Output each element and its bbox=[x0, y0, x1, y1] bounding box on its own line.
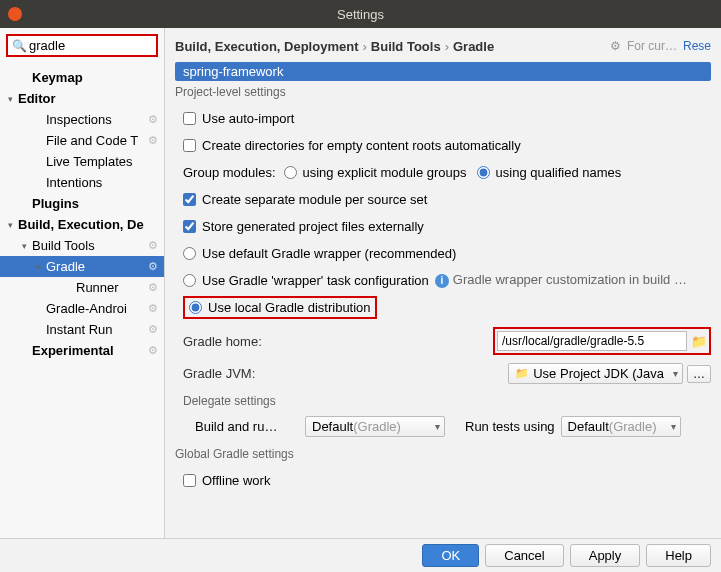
gear-icon: ⚙ bbox=[148, 323, 158, 336]
tree-item-label: Plugins bbox=[32, 196, 158, 211]
tree-item-label: Runner bbox=[76, 280, 148, 295]
info-icon: i bbox=[435, 274, 449, 288]
sidebar-item-editor[interactable]: ▾Editor bbox=[0, 88, 164, 109]
wrapper-hint: iGradle wrapper customization in build … bbox=[435, 272, 687, 288]
title-bar: Settings bbox=[0, 0, 721, 28]
jvm-ellipsis-button[interactable]: … bbox=[687, 365, 711, 383]
tree-arrow-icon: ▾ bbox=[8, 94, 18, 104]
browse-folder-icon[interactable]: 📁 bbox=[691, 334, 707, 349]
tree-item-label: Build Tools bbox=[32, 238, 148, 253]
tree-arrow-icon: ▾ bbox=[8, 220, 18, 230]
gear-icon: ⚙ bbox=[148, 281, 158, 294]
store-external-checkbox[interactable]: Store generated project files externally bbox=[183, 219, 424, 234]
gear-icon: ⚙ bbox=[148, 344, 158, 357]
sidebar-item-build-tools[interactable]: ▾Build Tools⚙ bbox=[0, 235, 164, 256]
search-box: 🔍 × bbox=[6, 34, 158, 57]
for-current-project-label: For cur… bbox=[627, 39, 677, 53]
group-qualified-radio[interactable]: using qualified names bbox=[477, 165, 622, 180]
build-run-label: Build and ru… bbox=[195, 419, 305, 434]
wrapper-task-radio[interactable]: Use Gradle 'wrapper' task configuration bbox=[183, 273, 429, 288]
project-selector[interactable]: spring-framework bbox=[175, 62, 711, 81]
delegate-section: Delegate settings bbox=[183, 394, 711, 408]
help-button[interactable]: Help bbox=[646, 544, 711, 567]
tree-item-label: Build, Execution, De bbox=[18, 217, 158, 232]
project-level-section: Project-level settings bbox=[175, 85, 711, 99]
run-tests-combo[interactable]: Default (Gradle) bbox=[561, 416, 681, 437]
gradle-home-label: Gradle home: bbox=[183, 334, 303, 349]
cancel-button[interactable]: Cancel bbox=[485, 544, 563, 567]
settings-main: Build, Execution, Deployment›Build Tools… bbox=[165, 28, 721, 538]
gradle-home-input[interactable] bbox=[497, 331, 687, 351]
sidebar-item-instant-run[interactable]: Instant Run⚙ bbox=[0, 319, 164, 340]
tree-item-label: Editor bbox=[18, 91, 158, 106]
sidebar-item-experimental[interactable]: Experimental⚙ bbox=[0, 340, 164, 361]
sidebar-item-inspections[interactable]: Inspections⚙ bbox=[0, 109, 164, 130]
gear-icon: ⚙ bbox=[148, 260, 158, 273]
gear-icon: ⚙ bbox=[148, 134, 158, 147]
global-section: Global Gradle settings bbox=[175, 447, 711, 461]
build-run-combo[interactable]: Default (Gradle) bbox=[305, 416, 445, 437]
reset-link[interactable]: Rese bbox=[683, 39, 711, 53]
search-icon: 🔍 bbox=[12, 39, 27, 53]
sidebar-item-file-and-code-t[interactable]: File and Code T⚙ bbox=[0, 130, 164, 151]
window-title: Settings bbox=[337, 7, 384, 22]
dialog-footer: OK Cancel Apply Help bbox=[0, 538, 721, 572]
gear-icon: ⚙ bbox=[148, 302, 158, 315]
settings-tree: Keymap▾EditorInspections⚙File and Code T… bbox=[0, 63, 164, 538]
tree-arrow-icon: ▾ bbox=[36, 262, 46, 272]
tree-item-label: Gradle bbox=[46, 259, 148, 274]
window-close-icon[interactable] bbox=[8, 7, 22, 21]
create-dirs-checkbox[interactable]: Create directories for empty content roo… bbox=[183, 138, 521, 153]
separate-module-checkbox[interactable]: Create separate module per source set bbox=[183, 192, 427, 207]
ok-button[interactable]: OK bbox=[422, 544, 479, 567]
tree-item-label: Inspections bbox=[46, 112, 148, 127]
sidebar-item-gradle[interactable]: ▾Gradle⚙ bbox=[0, 256, 164, 277]
gear-icon: ⚙ bbox=[610, 39, 621, 53]
auto-import-checkbox[interactable]: Use auto-import bbox=[183, 111, 294, 126]
tree-item-label: File and Code T bbox=[46, 133, 148, 148]
sidebar-item-runner[interactable]: Runner⚙ bbox=[0, 277, 164, 298]
wrapper-default-radio[interactable]: Use default Gradle wrapper (recommended) bbox=[183, 246, 456, 261]
apply-button[interactable]: Apply bbox=[570, 544, 641, 567]
local-dist-radio[interactable]: Use local Gradle distribution bbox=[189, 300, 371, 315]
gear-icon: ⚙ bbox=[148, 239, 158, 252]
breadcrumb: Build, Execution, Deployment›Build Tools… bbox=[175, 38, 610, 54]
group-modules-label: Group modules: bbox=[183, 165, 276, 180]
tree-item-label: Intentions bbox=[46, 175, 158, 190]
tree-item-label: Instant Run bbox=[46, 322, 148, 337]
gradle-jvm-combo[interactable]: 📁Use Project JDK (Java bbox=[508, 363, 683, 384]
tree-item-label: Experimental bbox=[32, 343, 148, 358]
run-tests-label: Run tests using bbox=[465, 419, 555, 434]
sidebar-item-build-execution-de[interactable]: ▾Build, Execution, De bbox=[0, 214, 164, 235]
offline-work-checkbox[interactable]: Offline work bbox=[183, 473, 270, 488]
sidebar-item-live-templates[interactable]: Live Templates bbox=[0, 151, 164, 172]
group-explicit-radio[interactable]: using explicit module groups bbox=[284, 165, 467, 180]
gradle-jvm-label: Gradle JVM: bbox=[183, 366, 303, 381]
sidebar-item-keymap[interactable]: Keymap bbox=[0, 67, 164, 88]
tree-item-label: Live Templates bbox=[46, 154, 158, 169]
sidebar-item-intentions[interactable]: Intentions bbox=[0, 172, 164, 193]
sidebar-item-gradle-androi[interactable]: Gradle-Androi⚙ bbox=[0, 298, 164, 319]
settings-sidebar: 🔍 × Keymap▾EditorInspections⚙File and Co… bbox=[0, 28, 165, 538]
folder-icon: 📁 bbox=[515, 367, 529, 380]
sidebar-item-plugins[interactable]: Plugins bbox=[0, 193, 164, 214]
tree-arrow-icon: ▾ bbox=[22, 241, 32, 251]
tree-item-label: Keymap bbox=[32, 70, 158, 85]
tree-item-label: Gradle-Androi bbox=[46, 301, 148, 316]
gear-icon: ⚙ bbox=[148, 113, 158, 126]
